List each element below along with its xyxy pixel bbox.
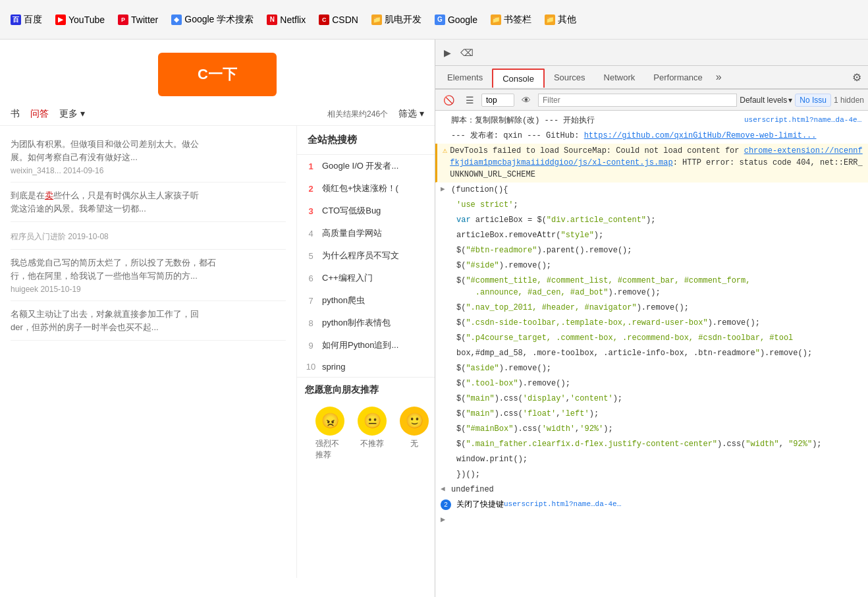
nav-filter[interactable]: 筛选 ▾ bbox=[398, 108, 424, 120]
tab-performance[interactable]: Performance bbox=[644, 69, 711, 88]
content-nav: 书 问答 更多 ▾ 相关结果约246个 筛选 ▾ bbox=[0, 103, 435, 126]
hot-text: 为什么程序员不写文 bbox=[322, 250, 399, 262]
console-code-3: var articleBox = $("div.article_content"… bbox=[435, 213, 868, 228]
device-toolbar-btn[interactable]: ⌫ bbox=[458, 43, 476, 62]
netflix-icon: N bbox=[267, 14, 277, 25]
content-area: 为团队有积累。但做项目和做公司差别太大。做公展。如何考察自己有没有做好这... … bbox=[0, 126, 435, 578]
hot-rank: 9 bbox=[305, 341, 317, 351]
github-link[interactable]: https://github.com/qxinGitHub/Remove-web… bbox=[584, 131, 817, 140]
hot-search-item-4[interactable]: 4 高质量自学网站 bbox=[297, 222, 435, 244]
bookmark-csdn[interactable]: C CSDN bbox=[313, 12, 364, 28]
expand-icon[interactable] bbox=[441, 184, 451, 195]
hot-search-item-1[interactable]: 1 Google I/O 开发者... bbox=[297, 155, 435, 177]
tab-console[interactable]: Console bbox=[492, 69, 545, 88]
default-levels-select[interactable]: Default levels ▾ bbox=[740, 96, 792, 105]
hot-rank: 3 bbox=[305, 206, 317, 216]
article-author: 程序员入门进阶 bbox=[11, 232, 66, 241]
console-settings-btn[interactable]: ☰ bbox=[460, 91, 479, 109]
main-layout: C一下 书 问答 更多 ▾ 相关结果约246个 筛选 ▾ 为团队有积累。但做项目… bbox=[0, 40, 868, 597]
console-text: })(); bbox=[456, 469, 863, 480]
console-filter-input[interactable] bbox=[538, 94, 737, 107]
more-tabs-btn[interactable]: » bbox=[712, 71, 726, 83]
no-issues-badge[interactable]: No Issu bbox=[795, 94, 831, 107]
hot-search-item-5[interactable]: 5 为什么程序员不写文 bbox=[297, 244, 435, 267]
hot-search-title: 全站热搜榜 bbox=[297, 126, 435, 155]
bookmark-other[interactable]: 📁 其他 bbox=[539, 11, 582, 28]
console-text: $(".main_father.clearfix.d-flex.justify-… bbox=[456, 438, 863, 450]
console-code-13: $(".tool-box").remove(); bbox=[435, 376, 868, 391]
neutral-face: 😐 bbox=[358, 407, 387, 436]
hot-text: 领红包+快速涨粉！( bbox=[322, 183, 398, 194]
console-text: $(".csdn-side-toolbar,.template-box,.rew… bbox=[456, 317, 863, 329]
tab-elements[interactable]: Elements bbox=[438, 69, 492, 88]
article-list: 为团队有积累。但做项目和做公司差别太大。做公展。如何考察自己有没有做好这... … bbox=[0, 126, 296, 578]
bookmark-other-label: 其他 bbox=[558, 14, 576, 26]
console-source[interactable]: userscript.html?name…da-4ebdb4b638a9:20 bbox=[744, 115, 863, 126]
hot-search-item-2[interactable]: 2 领红包+快速涨粉！( bbox=[297, 177, 435, 200]
hot-search-item-10[interactable]: 10 spring bbox=[297, 356, 435, 377]
emoji-maybe[interactable]: 🙂 无 bbox=[400, 407, 429, 461]
hot-text: spring bbox=[322, 362, 345, 372]
nav-more[interactable]: 更多 ▾ bbox=[59, 108, 85, 120]
nav-qa[interactable]: 问答 bbox=[30, 108, 49, 120]
chrome-ext-link[interactable]: chrome-extension://ncennffkjdiam1pmcbajk… bbox=[450, 146, 863, 167]
article-meta: 程序员入门进阶 2019-10-08 bbox=[11, 231, 286, 242]
hot-search-item-6[interactable]: 6 C++编程入门 bbox=[297, 267, 435, 289]
context-selector[interactable] bbox=[481, 94, 514, 107]
google-scholar-icon: ◆ bbox=[171, 14, 182, 25]
bookmark-jirou[interactable]: 📁 肌电开发 bbox=[366, 11, 427, 28]
hot-search-item-3[interactable]: 3 CTO写低级Bug bbox=[297, 200, 435, 222]
bookmark-youtube[interactable]: ▶ YouTube bbox=[50, 12, 110, 28]
console-source[interactable]: userscript.html?name…da-4ebdb4b638a9:81 bbox=[504, 499, 622, 510]
prompt-icon: ▶ bbox=[441, 514, 445, 526]
bookmark-twitter[interactable]: P Twitter bbox=[113, 12, 163, 28]
console-code-5: $("#btn-readmore").parent().remove(); bbox=[435, 243, 868, 258]
hot-rank: 5 bbox=[305, 251, 317, 261]
list-item: 我总感觉自己写的简历太烂了，所以投了无数份，都石行，他在阿里，给我说了一些他当年… bbox=[11, 250, 286, 301]
inspect-element-btn[interactable]: ▶ bbox=[438, 43, 456, 62]
c-button[interactable]: C一下 bbox=[158, 53, 277, 96]
emoji-strong-no[interactable]: 😠 强烈不推荐 bbox=[315, 407, 344, 461]
list-item: 为团队有积累。但做项目和做公司差别太大。做公展。如何考察自己有没有做好这... … bbox=[11, 131, 286, 183]
emoji-no[interactable]: 😐 不推荐 bbox=[358, 407, 387, 461]
console-code-1: (function(){ bbox=[435, 183, 868, 198]
devtools-panel: ▶ ⌫ Elements Console Sources Network Per… bbox=[435, 40, 868, 597]
console-text: $(".p4course_target, .comment-box, .reco… bbox=[456, 332, 863, 344]
nav-books[interactable]: 书 bbox=[11, 108, 20, 120]
bookmark-google-label: Google bbox=[448, 14, 477, 25]
baidu-icon: 百 bbox=[11, 14, 21, 25]
console-code-15: $("main").css('float','left'); bbox=[435, 407, 868, 422]
emoji-label: 强烈不推荐 bbox=[315, 438, 344, 461]
devtools-tabs: Elements Console Sources Network Perform… bbox=[435, 66, 868, 90]
eye-btn[interactable]: 👁 bbox=[517, 91, 535, 109]
console-result: undefined bbox=[435, 482, 868, 498]
console-code-6: $("#side").remove(); bbox=[435, 258, 868, 273]
bookmark-csdn-label: CSDN bbox=[332, 14, 358, 25]
console-text: articleBox.removeAttr("style"); bbox=[456, 229, 863, 241]
bookmarks-bar: 百 百度 ▶ YouTube P Twitter ◆ Google 学术搜索 N… bbox=[0, 0, 868, 40]
console-code-9: $(".csdn-side-toolbar,.template-box,.rew… bbox=[435, 316, 868, 331]
bookmark-baidu[interactable]: 百 百度 bbox=[5, 11, 47, 28]
tab-sources[interactable]: Sources bbox=[545, 69, 595, 88]
settings-btn[interactable]: ⚙ bbox=[848, 71, 865, 84]
bookmarks-bar-icon: 📁 bbox=[491, 14, 501, 25]
console-text: $("aside").remove(); bbox=[456, 362, 863, 374]
clear-console-btn[interactable]: 🚫 bbox=[439, 91, 458, 109]
list-item: 程序员入门进阶 2019-10-08 bbox=[11, 222, 286, 250]
tab-network[interactable]: Network bbox=[595, 69, 645, 88]
hot-search-item-7[interactable]: 7 python爬虫 bbox=[297, 289, 435, 312]
bookmark-netflix[interactable]: N Netflix bbox=[261, 12, 311, 28]
hot-text: CTO写低级Bug bbox=[322, 205, 381, 217]
bookmark-google[interactable]: G Google bbox=[429, 12, 483, 28]
list-item: 到底是在卖些什么，只是有时偶尔从主人家孩子听觉这沿途的风景。我希望这一切都... bbox=[11, 183, 286, 222]
hot-search-item-9[interactable]: 9 如何用Python追到... bbox=[297, 334, 435, 356]
bookmark-bar2[interactable]: 📁 书签栏 bbox=[485, 11, 537, 28]
hot-search-item-8[interactable]: 8 python制作表情包 bbox=[297, 312, 435, 334]
console-input-prompt[interactable]: ▶ bbox=[435, 513, 868, 528]
badge-container: 2 关闭了快捷键 bbox=[441, 499, 504, 511]
bookmark-google-scholar[interactable]: ◆ Google 学术搜索 bbox=[166, 11, 259, 28]
article-excerpt: 到底是在卖些什么，只是有时偶尔从主人家孩子听觉这沿途的风景。我希望这一切都... bbox=[11, 189, 286, 215]
console-output[interactable]: 脚本：复制限制解除(改) --- 开始执行 userscript.html?na… bbox=[435, 111, 868, 597]
hot-rank: 1 bbox=[305, 161, 317, 171]
bookmark-twitter-label: Twitter bbox=[131, 14, 158, 25]
